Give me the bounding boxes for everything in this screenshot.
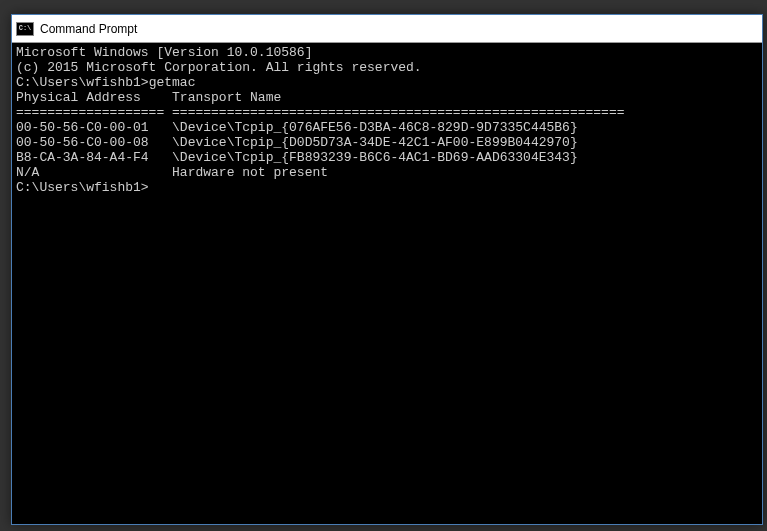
- cmd-icon-text: C:\: [19, 25, 32, 32]
- prompt-path: C:\Users\wfishb1>: [16, 75, 149, 90]
- copyright-line: (c) 2015 Microsoft Corporation. All righ…: [16, 60, 758, 75]
- table-row: 00-50-56-C0-00-08 \Device\Tcpip_{D0D5D73…: [16, 135, 758, 150]
- table-row: 00-50-56-C0-00-01 \Device\Tcpip_{076AFE5…: [16, 120, 758, 135]
- table-divider: =================== ====================…: [16, 105, 758, 120]
- prompt-path: C:\Users\wfishb1>: [16, 180, 149, 195]
- table-row: N/A Hardware not present: [16, 165, 758, 180]
- cmd-icon: C:\: [16, 22, 34, 36]
- terminal-output[interactable]: Microsoft Windows [Version 10.0.10586](c…: [12, 43, 762, 524]
- table-header: Physical Address Transport Name: [16, 90, 758, 105]
- table-row: B8-CA-3A-84-A4-F4 \Device\Tcpip_{FB89323…: [16, 150, 758, 165]
- command-prompt-window: C:\ Command Prompt Microsoft Windows [Ve…: [11, 14, 763, 525]
- version-line: Microsoft Windows [Version 10.0.10586]: [16, 45, 758, 60]
- prompt-cursor-line: C:\Users\wfishb1>: [16, 180, 758, 195]
- titlebar[interactable]: C:\ Command Prompt: [12, 15, 762, 43]
- window-title: Command Prompt: [40, 22, 137, 36]
- command-text: getmac: [149, 75, 196, 90]
- prompt-with-command: C:\Users\wfishb1>getmac: [16, 75, 758, 90]
